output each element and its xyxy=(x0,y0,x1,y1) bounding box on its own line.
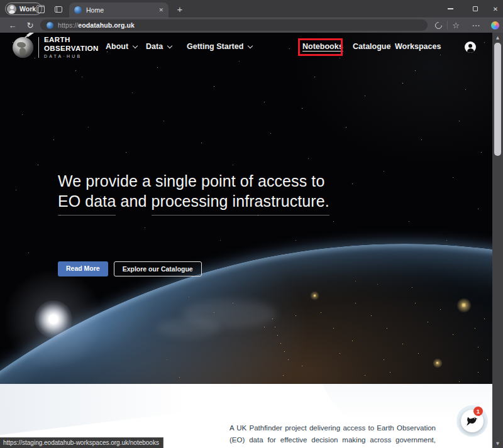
satellite-icon xyxy=(26,33,34,37)
nav-data-label: Data xyxy=(146,42,163,51)
refresh-button[interactable]: ↻ xyxy=(24,19,36,31)
window-minimize-button[interactable] xyxy=(438,0,463,18)
read-more-button[interactable]: Read More xyxy=(58,261,108,276)
logo-line2: OBSERVATION xyxy=(44,45,99,53)
workspaces-button[interactable] xyxy=(36,4,46,14)
tab-close-icon[interactable]: ✕ xyxy=(158,7,163,13)
browser-essentials-icon xyxy=(433,20,443,30)
explore-catalogue-button[interactable]: Explore our Catalogue xyxy=(114,261,202,276)
hero-heading: We provide a single point of access to E… xyxy=(58,171,329,216)
chevron-down-icon xyxy=(167,43,172,48)
chevron-down-icon xyxy=(133,43,138,48)
address-bar[interactable]: https://eodatahub.org.uk xyxy=(40,19,428,31)
nav-item-catalogue[interactable]: Catalogue xyxy=(353,42,390,51)
logo-line3: DATA·HUB xyxy=(44,54,99,58)
notification-badge: 1 xyxy=(473,407,483,416)
copilot-button[interactable] xyxy=(489,19,500,31)
hero-heading-infrastructure: processing infrastructure. xyxy=(152,191,329,216)
bird-icon xyxy=(466,415,478,427)
status-bar-url: https://staging.eodatahub-workspaces.org… xyxy=(0,437,163,448)
city-glow xyxy=(456,298,472,313)
nav-item-data[interactable]: Data xyxy=(146,42,172,51)
page-viewport: EARTH OBSERVATION DATA·HUB About Data Ge… xyxy=(0,33,503,448)
close-icon: ✕ xyxy=(493,6,498,13)
browser-tab-home[interactable]: Home ✕ xyxy=(69,3,169,18)
nav-item-about[interactable]: About xyxy=(106,42,137,51)
url-scheme: https:// xyxy=(58,21,78,29)
settings-menu-button[interactable]: ⋯ xyxy=(470,19,482,31)
nav-getting-started-label: Getting Started xyxy=(187,42,243,51)
workspaces-icon xyxy=(38,6,45,13)
chevron-down-icon xyxy=(248,43,253,48)
city-glow xyxy=(433,358,443,368)
address-url: https://eodatahub.org.uk xyxy=(58,21,135,29)
scrollbar-thumb[interactable] xyxy=(494,43,501,156)
profile-label: Work xyxy=(19,5,36,13)
profile-avatar-icon xyxy=(7,4,16,14)
page-scrollbar[interactable]: ▲ ▼ xyxy=(492,33,503,448)
browser-essentials-button[interactable] xyxy=(433,19,444,31)
diagonal-decoration xyxy=(0,384,268,440)
url-host: eodatahub.org.uk xyxy=(78,21,135,29)
clouds-decoration xyxy=(157,319,220,337)
nav-workspaces-label: Workspaces xyxy=(395,42,441,51)
copilot-icon xyxy=(491,21,499,30)
site-favicon-icon xyxy=(74,6,82,14)
tab-title: Home xyxy=(86,6,154,14)
nav-about-label: About xyxy=(106,42,128,51)
hero-heading-line1: We provide a single point of access to xyxy=(58,172,324,190)
hero-buttons: Read More Explore our Catalogue xyxy=(58,261,202,276)
logo-text: EARTH OBSERVATION DATA·HUB xyxy=(44,36,99,58)
account-icon[interactable] xyxy=(465,41,476,53)
back-button[interactable]: ← xyxy=(6,19,19,31)
logo-divider xyxy=(38,37,39,58)
scroll-down-arrow-icon[interactable]: ▼ xyxy=(492,439,503,448)
logo-line1: EARTH xyxy=(44,36,99,44)
hero-heading-and: and xyxy=(116,192,151,210)
window-close-button[interactable]: ✕ xyxy=(483,0,503,18)
tab-actions-button[interactable] xyxy=(53,4,64,14)
nav-catalogue-label: Catalogue xyxy=(353,42,390,51)
site-header: EARTH OBSERVATION DATA·HUB About Data Ge… xyxy=(0,33,503,60)
nav-item-getting-started[interactable]: Getting Started xyxy=(187,42,252,51)
hero-section: EARTH OBSERVATION DATA·HUB About Data Ge… xyxy=(0,33,503,384)
globe-logo-icon xyxy=(13,37,33,58)
minimize-icon xyxy=(448,8,453,9)
sun-icon xyxy=(35,300,72,338)
hero-heading-eo-data: EO data xyxy=(58,191,116,216)
site-logo[interactable]: EARTH OBSERVATION DATA·HUB xyxy=(13,36,99,58)
browser-titlebar: Work Home ✕ + ✕ xyxy=(0,0,503,18)
maximize-icon xyxy=(473,6,478,11)
nav-item-workspaces[interactable]: Workspaces xyxy=(395,42,441,51)
toolbar-divider xyxy=(447,21,448,30)
vertical-tabs-icon xyxy=(55,6,62,13)
browser-window: Work Home ✕ + ✕ ← ↻ https://eodatahub.or… xyxy=(0,0,503,448)
favorites-button[interactable]: ☆ xyxy=(450,19,462,31)
city-glow xyxy=(310,291,319,300)
scroll-up-arrow-icon[interactable]: ▲ xyxy=(492,33,503,42)
annotation-highlight-box xyxy=(298,38,343,56)
address-favicon-icon xyxy=(47,22,53,29)
new-tab-button[interactable]: + xyxy=(175,4,185,14)
about-paragraph: A UK Pathfinder project delivering acces… xyxy=(229,422,436,448)
